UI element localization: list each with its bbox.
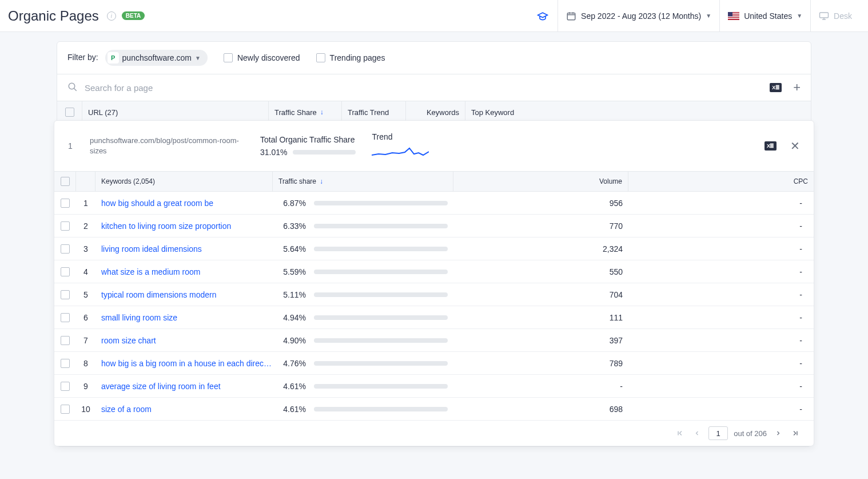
export-excel-button[interactable]: X≣ — [770, 83, 782, 92]
close-icon[interactable]: ✕ — [790, 139, 800, 153]
row-checkbox[interactable] — [54, 267, 76, 276]
traffic-share-cell: 5.64% — [273, 244, 453, 254]
keyword-row: 7room size chart4.90%397- — [54, 329, 814, 352]
info-icon[interactable]: i — [107, 11, 116, 21]
pagination-last-button[interactable] — [790, 427, 801, 439]
keyword-link[interactable]: what size is a medium room — [95, 267, 273, 276]
cpc-cell: - — [628, 267, 814, 276]
pagination-first-button[interactable] — [674, 427, 686, 439]
country-label: United States — [744, 11, 792, 21]
add-button[interactable]: + — [793, 80, 801, 95]
flag-us-icon — [728, 12, 739, 20]
newly-discovered-label: Newly discovered — [237, 53, 300, 62]
row-checkbox[interactable] — [54, 221, 76, 231]
keyword-row: 8how big is a big room in a house in eac… — [54, 352, 814, 375]
row-number: 3 — [76, 244, 95, 254]
education-icon[interactable] — [528, 10, 558, 22]
traffic-share-cell: 5.59% — [273, 267, 453, 276]
svg-rect-4 — [728, 16, 739, 17]
domain-filter-chip[interactable]: P punchsoftware.com ▼ — [105, 50, 208, 66]
keyword-link[interactable]: how big should a great room be — [95, 199, 273, 208]
keyword-link[interactable]: typical room dimensions modern — [95, 290, 273, 299]
search-row: X≣ + — [57, 74, 811, 101]
row-checkbox[interactable] — [54, 405, 76, 414]
volume-cell: 397 — [453, 336, 628, 345]
row-number: 6 — [76, 313, 95, 322]
traffic-share-cell: 4.90% — [273, 336, 453, 345]
export-excel-button[interactable]: X≣ — [765, 141, 777, 151]
column-volume[interactable]: Volume — [453, 172, 628, 191]
keyword-link[interactable]: how big is a big room in a house in each… — [95, 359, 273, 368]
volume-cell: 704 — [453, 290, 628, 299]
favicon-icon: P — [107, 52, 119, 64]
keyword-row: 2kitchen to living room size proportion6… — [54, 215, 814, 237]
volume-cell: 550 — [453, 267, 628, 276]
row-checkbox[interactable] — [54, 244, 76, 254]
date-range-label: Sep 2022 - Aug 2023 (12 Months) — [581, 11, 701, 21]
country-selector[interactable]: United States ▼ — [720, 0, 810, 31]
keyword-link[interactable]: average size of living room in feet — [95, 382, 273, 391]
volume-cell: 770 — [453, 221, 628, 231]
row-checkbox[interactable] — [54, 359, 76, 368]
volume-cell: 789 — [453, 359, 628, 368]
volume-cell: 698 — [453, 405, 628, 414]
filter-label: Filter by: — [67, 53, 98, 62]
keyword-link[interactable]: kitchen to living room size proportion — [95, 221, 273, 231]
keyword-link[interactable]: size of a room — [95, 405, 273, 414]
traffic-share-metric: Total Organic Traffic Share 31.01% — [260, 135, 356, 157]
metric-bar — [293, 150, 356, 155]
column-traffic-share[interactable]: Traffic share ↓ — [273, 172, 453, 191]
keyword-table-body: 1how big should a great room be6.87%956-… — [54, 192, 814, 421]
traffic-share-cell: 4.94% — [273, 313, 453, 322]
select-all-keywords[interactable] — [54, 172, 76, 191]
pagination: out of 206 — [54, 421, 814, 446]
pagination-next-button[interactable] — [773, 427, 784, 439]
expanded-page-card: 1 punchsoftware.com/blog/post/common-roo… — [54, 120, 814, 446]
volume-cell: 111 — [453, 313, 628, 322]
row-number: 7 — [76, 336, 95, 345]
row-number: 1 — [68, 141, 74, 151]
column-keywords[interactable]: Keywords (2,054) — [95, 172, 273, 191]
metric-label: Total Organic Traffic Share — [260, 135, 356, 144]
sort-desc-icon: ↓ — [320, 108, 324, 116]
cpc-cell: - — [628, 313, 814, 322]
page-url[interactable]: punchsoftware.com/blog/post/common-room-… — [90, 136, 244, 156]
row-number: 10 — [76, 405, 95, 414]
pagination-total-label: out of 206 — [734, 429, 767, 438]
date-range-selector[interactable]: Sep 2022 - Aug 2023 (12 Months) ▼ — [558, 0, 719, 31]
cpc-cell: - — [628, 221, 814, 231]
sort-desc-icon: ↓ — [320, 177, 323, 185]
trend-sparkline-icon — [372, 145, 429, 160]
svg-rect-7 — [820, 13, 829, 18]
column-cpc[interactable]: CPC — [628, 172, 814, 191]
keyword-link[interactable]: small living room size — [95, 313, 273, 322]
trending-pages-checkbox[interactable]: Trending pages — [316, 53, 385, 62]
row-checkbox[interactable] — [54, 199, 76, 208]
svg-rect-5 — [728, 18, 739, 19]
checkbox-icon — [316, 53, 325, 62]
keyword-row: 1how big should a great room be6.87%956- — [54, 192, 814, 215]
domain-filter-label: punchsoftware.com — [122, 53, 192, 62]
cpc-cell: - — [628, 382, 814, 391]
row-number: 2 — [76, 221, 95, 231]
row-checkbox[interactable] — [54, 313, 76, 322]
newly-discovered-checkbox[interactable]: Newly discovered — [224, 53, 300, 62]
keyword-row: 10size of a room4.61%698- — [54, 398, 814, 421]
chevron-down-icon: ▼ — [706, 13, 711, 19]
device-selector[interactable]: Desk — [811, 0, 860, 31]
svg-rect-6 — [728, 12, 732, 17]
pagination-prev-button[interactable] — [691, 427, 703, 439]
row-number: 1 — [76, 199, 95, 208]
cpc-cell: - — [628, 199, 814, 208]
checkbox-icon — [224, 53, 233, 62]
row-checkbox[interactable] — [54, 336, 76, 345]
trending-pages-label: Trending pages — [330, 53, 385, 62]
keyword-link[interactable]: room size chart — [95, 336, 273, 345]
row-checkbox[interactable] — [54, 382, 76, 391]
row-checkbox[interactable] — [54, 290, 76, 299]
pagination-page-input[interactable] — [708, 426, 728, 440]
cpc-cell: - — [628, 359, 814, 368]
keyword-link[interactable]: living room ideal dimensions — [95, 244, 273, 254]
search-input[interactable] — [85, 83, 763, 93]
traffic-share-cell: 6.87% — [273, 199, 453, 208]
